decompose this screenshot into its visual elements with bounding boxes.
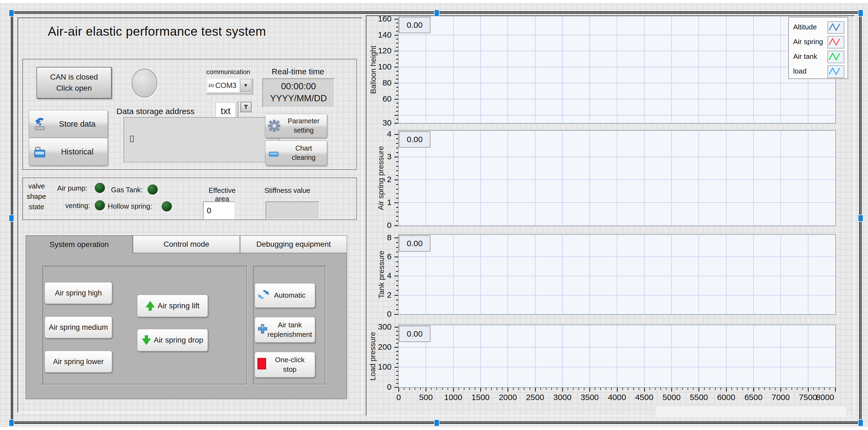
selection-handle[interactable] bbox=[9, 214, 14, 222]
parameter-setting-button[interactable]: Parameter setting bbox=[265, 114, 327, 138]
storage-address-label: Data storage address bbox=[117, 107, 194, 116]
y-major-tick bbox=[395, 202, 398, 203]
store-data-label: Store data bbox=[47, 119, 107, 128]
plot-hgridline bbox=[399, 99, 835, 99]
indicator-label-air-pump-: Air pump: bbox=[57, 184, 87, 193]
y-minor-tick bbox=[396, 221, 398, 221]
time-value: 00:00:00 bbox=[263, 81, 334, 91]
y-minor-tick bbox=[396, 91, 398, 91]
y-minor-tick bbox=[396, 152, 398, 153]
can-open-button[interactable]: CAN is closed Click open bbox=[36, 67, 112, 98]
y-major-tick bbox=[395, 123, 398, 124]
plot-vgridline bbox=[780, 325, 781, 387]
y-minor-tick bbox=[396, 55, 398, 56]
button-one-click-stop[interactable]: One-clickstop bbox=[255, 352, 315, 377]
com-port-dropdown-button[interactable]: ▼ bbox=[240, 79, 251, 92]
gear-icon bbox=[268, 119, 281, 132]
y-axis-title-load-pressure: Load pressure bbox=[368, 332, 377, 380]
y-minor-tick bbox=[396, 75, 398, 76]
x-minor-tick bbox=[688, 388, 688, 390]
y-minor-tick bbox=[396, 119, 398, 119]
storage-browse-button[interactable] bbox=[241, 102, 251, 112]
y-minor-tick bbox=[396, 355, 398, 356]
y-minor-tick bbox=[396, 23, 398, 23]
y-tick-label: 30 bbox=[363, 118, 392, 127]
selection-handle[interactable] bbox=[9, 9, 14, 17]
selection-handle[interactable] bbox=[434, 420, 439, 427]
x-minor-tick bbox=[748, 388, 748, 390]
y-major-tick bbox=[395, 327, 398, 327]
tab-debugging-equipment[interactable]: Debugging equipment bbox=[240, 235, 347, 253]
button-air-spring-high[interactable]: Air spring high bbox=[44, 282, 112, 304]
plot-hgridline bbox=[399, 367, 835, 367]
button-automatic[interactable]: Automatic bbox=[255, 283, 315, 308]
legend-label: Air tank bbox=[793, 52, 817, 61]
y-tick-label: 0 bbox=[363, 221, 392, 230]
x-minor-tick bbox=[802, 388, 803, 390]
y-tick-label: 8 bbox=[363, 233, 392, 242]
y-major-tick bbox=[395, 134, 398, 135]
x-minor-tick bbox=[770, 388, 770, 390]
plot-vgridline bbox=[808, 235, 808, 314]
effective-area-value[interactable]: 0 bbox=[203, 202, 235, 220]
x-minor-tick bbox=[529, 388, 530, 390]
plot-vgridline bbox=[562, 16, 563, 123]
y-minor-tick bbox=[396, 31, 398, 32]
plot-vgridline bbox=[562, 131, 563, 226]
x-major-tick bbox=[671, 388, 672, 392]
tab-control-mode[interactable]: Control mode bbox=[133, 235, 240, 253]
historical-button[interactable]: Historical bbox=[29, 138, 108, 166]
button-air-spring-drop[interactable]: Air spring drop bbox=[137, 329, 208, 351]
com-port-selector[interactable]: I/o COM3 ▼ bbox=[206, 78, 253, 94]
legend-item-load[interactable]: load bbox=[789, 64, 847, 79]
tab-system-operation[interactable]: System operation bbox=[26, 235, 133, 253]
historical-icon bbox=[33, 145, 47, 159]
chart-clearing-button[interactable]: Chart clearing bbox=[265, 141, 327, 166]
x-minor-tick bbox=[584, 388, 585, 390]
y-axis-title-air-spring-pressure: Air spring pressure bbox=[377, 146, 385, 210]
selection-handle[interactable] bbox=[858, 9, 863, 17]
y-minor-tick bbox=[396, 247, 398, 248]
x-minor-tick bbox=[447, 388, 448, 390]
y-minor-tick bbox=[396, 299, 398, 300]
button-air-spring-lower[interactable]: Air spring lower bbox=[44, 351, 112, 373]
selection-handle[interactable] bbox=[434, 9, 439, 17]
x-minor-tick bbox=[704, 388, 705, 390]
selection-handle[interactable] bbox=[9, 420, 14, 427]
bottom-margin bbox=[0, 427, 868, 430]
plot-vgridline bbox=[644, 235, 645, 314]
button-air-tank-replenishment[interactable]: Air tankreplenishment bbox=[255, 317, 315, 343]
selection-handle[interactable] bbox=[858, 420, 863, 427]
legend-label: Altitude bbox=[793, 23, 817, 31]
stiffness-value-box bbox=[266, 202, 319, 220]
x-major-tick bbox=[426, 388, 426, 392]
storage-path-textarea[interactable] bbox=[124, 117, 280, 162]
y-minor-tick bbox=[396, 211, 398, 212]
button-air-spring-medium[interactable]: Air spring medium bbox=[44, 316, 112, 338]
x-minor-tick bbox=[579, 388, 579, 390]
x-minor-tick bbox=[409, 388, 410, 390]
button-air-spring-lift[interactable]: Air spring lift bbox=[137, 295, 208, 317]
store-data-button[interactable]: Store data bbox=[29, 110, 108, 138]
plot-vgridline bbox=[535, 16, 535, 123]
legend-item-air-tank[interactable]: Air tank bbox=[789, 49, 847, 64]
x-minor-tick bbox=[442, 388, 443, 390]
legend-item-altitude[interactable]: Altitude bbox=[789, 20, 847, 34]
stiffness-value-label: Stiffness value bbox=[263, 186, 312, 195]
chart-value-indicator: 0.00 bbox=[399, 131, 431, 148]
plot-vgridline bbox=[480, 325, 481, 387]
x-major-tick bbox=[507, 388, 508, 392]
legend-label: load bbox=[793, 67, 806, 76]
x-minor-tick bbox=[742, 388, 743, 390]
y-minor-tick bbox=[396, 290, 398, 291]
legend-line-sample bbox=[828, 21, 844, 34]
y-minor-tick bbox=[396, 198, 398, 199]
y-minor-tick bbox=[396, 281, 398, 281]
selection-handle[interactable] bbox=[858, 214, 863, 222]
legend-item-air-spring[interactable]: Air spring bbox=[789, 34, 847, 49]
plot-vgridline bbox=[726, 235, 726, 314]
plot-vgridline bbox=[507, 325, 508, 387]
plot-vgridline bbox=[671, 235, 672, 314]
tab-label: Debugging equipment bbox=[256, 240, 331, 249]
plot-vgridline bbox=[671, 325, 672, 387]
